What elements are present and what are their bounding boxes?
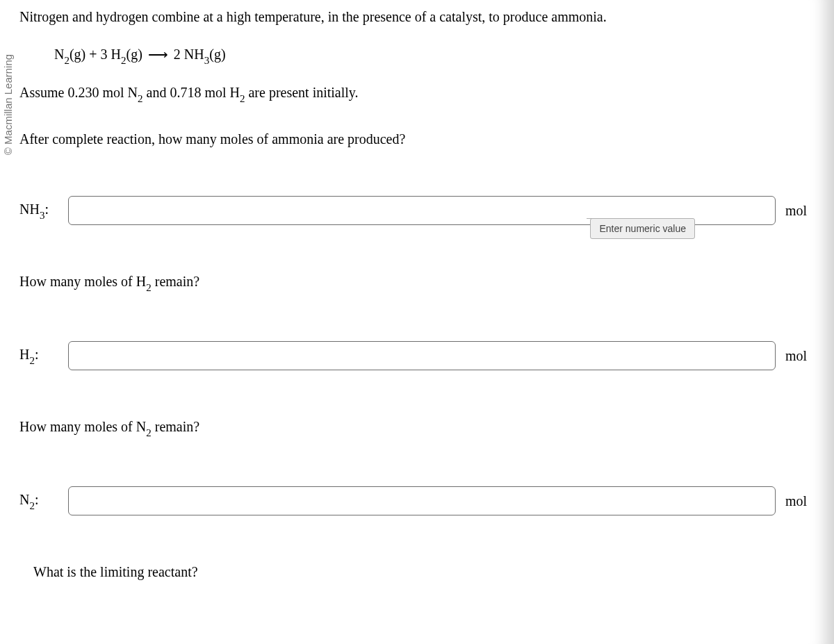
assume-n-species: N: [128, 85, 138, 100]
label-n2-sub: 2: [29, 500, 35, 511]
assume-pre: Assume 0.230 mol: [19, 85, 128, 100]
label-n2-colon: :: [35, 492, 39, 507]
copyright-text: © Macmillan Learning: [3, 53, 15, 154]
page-container: © Macmillan Learning Nitrogen and hydrog…: [0, 0, 834, 644]
assume-n-sub: 2: [138, 93, 143, 104]
eq-lhs2-sub: 2: [121, 55, 126, 66]
answer-label-n2: N2:: [19, 492, 58, 511]
tooltip-enter-numeric: Enter numeric value: [590, 218, 695, 239]
input-n2[interactable]: [68, 486, 776, 515]
question-1: After complete reaction, how many moles …: [19, 131, 820, 147]
copyright-bar: © Macmillan Learning: [0, 0, 17, 208]
eq-rhs-phase: (g): [209, 47, 225, 62]
q2-post: remain?: [152, 274, 199, 289]
assume-h-sub: 2: [240, 93, 245, 104]
q2-sub: 2: [146, 282, 152, 293]
q3-sub: 2: [146, 427, 152, 438]
unit-h2: mol: [785, 348, 820, 364]
input-h2[interactable]: [68, 341, 776, 370]
q3-species: N: [136, 419, 146, 434]
q2-pre: How many moles of: [19, 274, 136, 289]
eq-arrow: ⟶: [148, 47, 168, 62]
eq-rhs-species: NH: [184, 47, 204, 62]
label-h2-colon: :: [35, 347, 39, 362]
unit-nh3: mol: [785, 203, 820, 219]
label-nh3-colon: :: [44, 201, 49, 217]
eq-lhs1-species: N: [54, 47, 64, 62]
label-nh3-sub: 3: [40, 210, 45, 221]
answer-row-nh3: NH3: mol Enter numeric value: [19, 196, 820, 225]
content-area: Nitrogen and hydrogen combine at a high …: [19, 0, 834, 580]
label-h2-species: H: [19, 347, 29, 362]
answer-row-n2: N2: mol: [19, 486, 820, 515]
question-3: How many moles of N2 remain?: [19, 419, 820, 438]
answer-row-h2: H2: mol: [19, 341, 820, 370]
assume-h-species: H: [230, 85, 240, 100]
eq-lhs2-coef: 3: [101, 47, 111, 62]
q2-species: H: [136, 274, 146, 289]
question-2: How many moles of H2 remain?: [19, 274, 820, 292]
q3-pre: How many moles of: [19, 419, 136, 434]
answer-label-nh3: NH3:: [19, 201, 58, 220]
label-nh3-species: NH: [19, 201, 40, 217]
eq-lhs2-phase: (g): [126, 47, 142, 62]
answer-label-h2: H2:: [19, 347, 58, 365]
eq-lhs1-sub: 2: [64, 55, 70, 66]
eq-lhs2-species: H: [111, 47, 121, 62]
reaction-equation: N2(g) + 3 H2(g)⟶2 NH3(g): [54, 46, 820, 65]
eq-plus: +: [85, 47, 100, 62]
assume-mid: and 0.718 mol: [143, 85, 230, 100]
label-h2-sub: 2: [29, 355, 35, 366]
eq-rhs-sub: 3: [204, 55, 210, 66]
label-n2-species: N: [19, 492, 29, 507]
assume-post: are present initially.: [245, 85, 358, 100]
q3-post: remain?: [152, 419, 199, 434]
eq-lhs1-phase: (g): [70, 47, 85, 62]
eq-rhs-coef: 2: [174, 47, 184, 62]
question-4: What is the limiting reactant?: [33, 564, 820, 580]
intro-text: Nitrogen and hydrogen combine at a high …: [19, 7, 820, 26]
assume-text: Assume 0.230 mol N2 and 0.718 mol H2 are…: [19, 85, 820, 104]
unit-n2: mol: [785, 493, 820, 509]
